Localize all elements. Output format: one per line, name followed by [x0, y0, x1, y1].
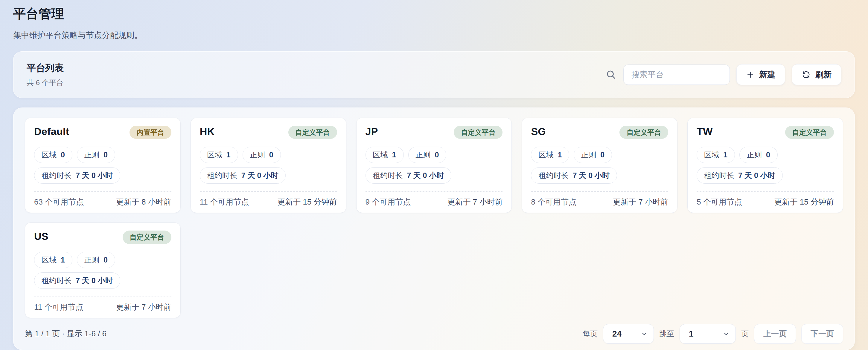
per-page-label: 每页: [583, 329, 598, 339]
platform-card-grid: Default 内置平台 区域0 正则0 租约时长7 天 0 小时 63 个可用…: [25, 118, 843, 318]
platform-name: Default: [34, 126, 69, 137]
nodes-count: 11 个可用节点: [200, 197, 249, 207]
region-pill: 区域1: [34, 252, 72, 268]
platform-list-header: 平台列表 共 6 个平台 新建: [13, 51, 855, 98]
updated-at: 更新于 8 小时前: [116, 197, 172, 207]
nodes-count: 9 个可用节点: [366, 197, 411, 207]
lease-pill: 租约时长7 天 0 小时: [366, 167, 452, 184]
jump-page-select[interactable]: 1: [680, 324, 736, 344]
region-pill: 区域1: [200, 147, 238, 163]
platform-type-badge: 自定义平台: [454, 126, 502, 139]
plus-icon: [746, 71, 754, 79]
platform-list-heading: 平台列表 共 6 个平台: [27, 62, 64, 88]
platform-card-sg[interactable]: SG 自定义平台 区域1 正则0 租约时长7 天 0 小时 8 个可用节点 更新…: [522, 118, 678, 213]
region-pill: 区域1: [696, 147, 735, 163]
card-pills: 区域1 正则0 租约时长7 天 0 小时: [34, 252, 172, 289]
card-foot: 8 个可用节点 更新于 7 小时前: [531, 197, 668, 207]
new-platform-label: 新建: [759, 69, 775, 80]
card-divider: [696, 191, 834, 192]
lease-pill: 租约时长7 天 0 小时: [531, 167, 617, 184]
updated-at: 更新于 7 小时前: [613, 197, 668, 207]
card-pills: 区域1 正则0 租约时长7 天 0 小时: [366, 147, 503, 184]
page-title: 平台管理: [13, 5, 855, 22]
updated-at: 更新于 7 小时前: [447, 197, 502, 207]
platform-type-badge: 自定义平台: [288, 126, 337, 139]
chevron-down-icon: [641, 330, 648, 337]
platform-name: JP: [366, 126, 378, 137]
card-head: TW 自定义平台: [696, 126, 834, 139]
pagination-bar: 第 1 / 1 页 · 显示 1-6 / 6 每页 24 跳至 1 页: [25, 318, 843, 344]
nodes-count: 63 个可用节点: [34, 197, 84, 207]
regex-pill: 正则0: [77, 147, 115, 163]
card-pills: 区域1 正则0 租约时长7 天 0 小时: [696, 147, 834, 184]
platform-name: US: [34, 231, 49, 242]
platform-list-panel: Default 内置平台 区域0 正则0 租约时长7 天 0 小时 63 个可用…: [13, 107, 855, 350]
card-divider: [366, 191, 503, 192]
per-page-select[interactable]: 24: [603, 324, 654, 344]
panel-title: 平台列表: [27, 62, 64, 74]
platform-card-hk[interactable]: HK 自定义平台 区域1 正则0 租约时长7 天 0 小时 11 个可用节点 更…: [190, 118, 346, 213]
next-page-button[interactable]: 下一页: [801, 324, 843, 344]
regex-pill: 正则0: [77, 252, 115, 268]
platform-card-jp[interactable]: JP 自定义平台 区域1 正则0 租约时长7 天 0 小时 9 个可用节点 更新…: [356, 118, 512, 213]
card-head: SG 自定义平台: [531, 126, 668, 139]
platform-card-us[interactable]: US 自定义平台 区域1 正则0 租约时长7 天 0 小时 11 个可用节点 更…: [25, 222, 181, 318]
region-pill: 区域1: [366, 147, 404, 163]
lease-pill: 租约时长7 天 0 小时: [34, 167, 120, 184]
regex-pill: 正则0: [574, 147, 612, 163]
updated-at: 更新于 15 分钟前: [277, 197, 337, 207]
card-head: JP 自定义平台: [366, 126, 503, 139]
updated-at: 更新于 7 小时前: [116, 302, 172, 312]
regex-pill: 正则0: [408, 147, 446, 163]
card-pills: 区域0 正则0 租约时长7 天 0 小时: [34, 147, 172, 184]
regex-pill: 正则0: [739, 147, 778, 163]
card-divider: [34, 296, 172, 297]
platform-name: TW: [696, 126, 712, 137]
lease-pill: 租约时长7 天 0 小时: [34, 272, 120, 289]
refresh-icon: [802, 70, 811, 79]
card-head: HK 自定义平台: [200, 126, 337, 139]
platform-name: SG: [531, 126, 546, 137]
region-pill: 区域1: [531, 147, 569, 163]
card-foot: 63 个可用节点 更新于 8 小时前: [34, 197, 172, 207]
platform-type-badge: 内置平台: [129, 126, 172, 139]
card-head: Default 内置平台: [34, 126, 172, 139]
card-divider: [200, 191, 337, 192]
platform-card-tw[interactable]: TW 自定义平台 区域1 正则0 租约时长7 天 0 小时 5 个可用节点 更新…: [687, 118, 843, 213]
region-pill: 区域0: [34, 147, 72, 163]
page-subtitle: 集中维护平台策略与节点分配规则。: [13, 30, 855, 41]
card-pills: 区域1 正则0 租约时长7 天 0 小时: [200, 147, 337, 184]
platform-type-badge: 自定义平台: [619, 126, 668, 139]
lease-pill: 租约时长7 天 0 小时: [696, 167, 783, 184]
card-foot: 9 个可用节点 更新于 7 小时前: [366, 197, 503, 207]
chevron-down-icon: [723, 330, 730, 337]
pagination-info: 第 1 / 1 页 · 显示 1-6 / 6: [25, 328, 106, 339]
card-foot: 11 个可用节点 更新于 15 分钟前: [200, 197, 337, 207]
card-foot: 11 个可用节点 更新于 7 小时前: [34, 302, 172, 312]
platform-type-badge: 自定义平台: [123, 231, 172, 244]
refresh-label: 刷新: [815, 69, 832, 80]
nodes-count: 5 个可用节点: [696, 197, 742, 207]
platform-count: 共 6 个平台: [27, 78, 64, 88]
search-input[interactable]: [623, 65, 730, 85]
regex-pill: 正则0: [243, 147, 281, 163]
pagination-controls: 每页 24 跳至 1 页 上一页 下一页: [583, 324, 843, 344]
card-divider: [531, 191, 668, 192]
header-actions: 新建 刷新: [606, 64, 841, 85]
platform-type-badge: 自定义平台: [785, 126, 834, 139]
new-platform-button[interactable]: 新建: [736, 64, 785, 85]
jump-to-label: 跳至: [659, 329, 674, 339]
refresh-button[interactable]: 刷新: [792, 64, 841, 85]
platform-name: HK: [200, 126, 215, 137]
prev-page-button[interactable]: 上一页: [754, 324, 796, 344]
lease-pill: 租约时长7 天 0 小时: [200, 167, 286, 184]
search-icon: [606, 69, 617, 80]
nodes-count: 8 个可用节点: [531, 197, 577, 207]
card-divider: [34, 191, 172, 192]
card-foot: 5 个可用节点 更新于 15 分钟前: [696, 197, 834, 207]
nodes-count: 11 个可用节点: [34, 302, 83, 312]
platform-management-page: 平台管理 集中维护平台策略与节点分配规则。 平台列表 共 6 个平台 新建: [0, 0, 868, 350]
page-suffix-label: 页: [741, 329, 749, 339]
updated-at: 更新于 15 分钟前: [774, 197, 834, 207]
platform-card-default[interactable]: Default 内置平台 区域0 正则0 租约时长7 天 0 小时 63 个可用…: [25, 118, 181, 213]
